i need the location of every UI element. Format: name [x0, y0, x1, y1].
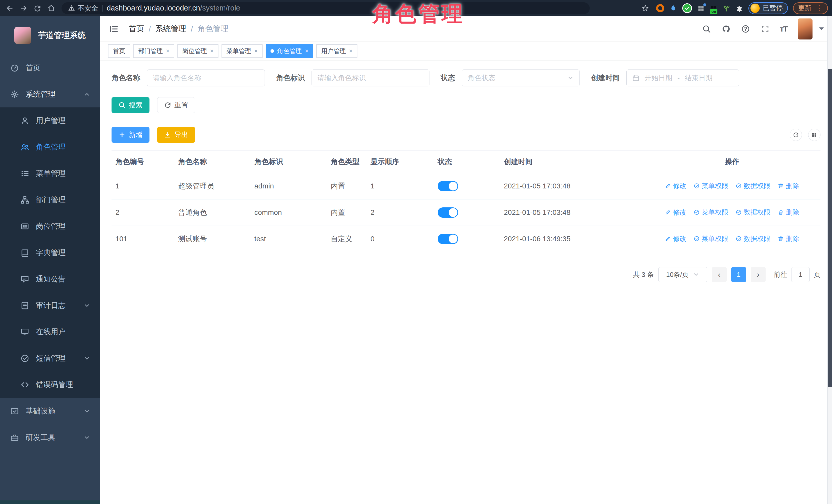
browser-profile-button[interactable]: 已暂停	[748, 2, 788, 14]
page-scrollbar[interactable]	[827, 16, 832, 504]
delete-link[interactable]: 删除	[778, 182, 799, 190]
prev-page-button[interactable]: ‹	[712, 267, 727, 282]
close-icon[interactable]: ×	[254, 48, 258, 54]
sidebar-item-online-users[interactable]: 在线用户	[0, 319, 100, 345]
sidebar-item-infrastructure[interactable]: 基础设施	[0, 398, 100, 424]
page-number-button[interactable]: 1	[731, 267, 746, 282]
security-label: 不安全	[77, 4, 98, 13]
menu-permission-link[interactable]: 菜单权限	[694, 208, 728, 217]
sidebar-item-dev-tools[interactable]: 研发工具	[0, 424, 100, 451]
github-icon[interactable]	[722, 24, 731, 33]
status-select[interactable]: 角色状态	[462, 70, 580, 86]
search-button[interactable]: 搜索	[111, 97, 150, 113]
logo-image	[15, 27, 31, 44]
security-warning[interactable]: 不安全	[68, 4, 98, 13]
extension-icon[interactable]	[682, 3, 692, 13]
role-key-input[interactable]: 请输入角色标识	[312, 70, 430, 86]
org-tree-icon	[21, 195, 29, 204]
browser-update-button[interactable]: 更新 ⋮	[793, 2, 828, 14]
browser-back-icon[interactable]	[4, 3, 16, 14]
delete-link[interactable]: 删除	[778, 234, 799, 243]
goto-page-input[interactable]: 1	[791, 267, 810, 282]
close-icon[interactable]: ×	[349, 48, 353, 54]
status-toggle[interactable]	[438, 181, 458, 191]
check-circle-icon	[694, 236, 700, 242]
close-icon[interactable]: ×	[166, 48, 170, 54]
scrollbar-thumb[interactable]	[828, 69, 832, 387]
sidebar-item-home[interactable]: 首页	[0, 55, 100, 81]
close-icon[interactable]: ×	[305, 48, 308, 54]
refresh-table-button[interactable]	[790, 129, 802, 141]
sidebar-item-error-code[interactable]: 错误码管理	[0, 371, 100, 398]
fullscreen-icon[interactable]	[760, 24, 770, 33]
tab-menu-management[interactable]: 菜单管理×	[222, 44, 263, 58]
help-icon[interactable]	[741, 24, 750, 33]
tab-role-management[interactable]: 角色管理×	[266, 44, 313, 58]
bookmark-star-icon[interactable]	[640, 3, 651, 14]
breadcrumb-system[interactable]: 系统管理	[155, 24, 186, 34]
user-avatar[interactable]	[798, 19, 812, 39]
sidebar-item-audit-log[interactable]: 审计日志	[0, 292, 100, 319]
app-logo[interactable]: 芋道管理系统	[0, 16, 100, 55]
extension-icon[interactable]	[723, 4, 730, 12]
end-date-input[interactable]: 结束日期	[685, 73, 712, 83]
date-range-picker[interactable]: 开始日期 - 结束日期	[626, 70, 739, 86]
check-circle-icon	[735, 209, 742, 215]
sidebar-item-notice[interactable]: 通知公告	[0, 266, 100, 292]
tab-dept-management[interactable]: 部门管理×	[133, 44, 174, 58]
tags-view-bar: 首页 部门管理× 岗位管理× 菜单管理× 角色管理× 用户管理×	[100, 42, 832, 60]
status-toggle[interactable]	[438, 207, 458, 218]
browser-reload-icon[interactable]	[32, 3, 43, 14]
export-button[interactable]: 导出	[157, 127, 195, 143]
edit-link[interactable]: 修改	[665, 208, 686, 217]
start-date-input[interactable]: 开始日期	[645, 73, 672, 83]
search-icon[interactable]	[702, 24, 711, 33]
browser-forward-icon[interactable]	[18, 3, 29, 14]
tab-home[interactable]: 首页	[108, 44, 130, 58]
extension-icon[interactable]	[670, 4, 677, 12]
extension-icon[interactable]: on	[710, 4, 718, 12]
sidebar-item-role-management[interactable]: 角色管理	[0, 134, 100, 160]
sidebar-item-dept-management[interactable]: 部门管理	[0, 187, 100, 213]
browser-menu-icon[interactable]: ⋮	[815, 4, 823, 12]
menu-permission-link[interactable]: 菜单权限	[694, 182, 728, 190]
sidebar-bottom-strip	[0, 500, 100, 504]
next-page-button[interactable]: ›	[751, 267, 765, 282]
data-permission-link[interactable]: 数据权限	[735, 208, 771, 217]
breadcrumb-home[interactable]: 首页	[129, 24, 144, 34]
collapse-sidebar-icon[interactable]	[108, 23, 120, 35]
role-key-label: 角色标识	[276, 73, 305, 83]
add-button[interactable]: 新增	[111, 127, 150, 143]
tab-user-management[interactable]: 用户管理×	[316, 44, 357, 58]
column-settings-button[interactable]	[808, 129, 821, 141]
extension-icon[interactable]	[697, 4, 705, 12]
tab-post-management[interactable]: 岗位管理×	[177, 44, 218, 58]
avatar-caret-icon[interactable]	[819, 27, 824, 30]
close-icon[interactable]: ×	[210, 48, 214, 54]
extension-icon[interactable]	[656, 4, 664, 12]
sidebar-item-system-management[interactable]: 系统管理	[0, 81, 100, 107]
role-name-input[interactable]: 请输入角色名称	[147, 70, 265, 86]
breadcrumb-current: 角色管理	[198, 24, 229, 34]
extensions-puzzle-icon[interactable]	[735, 4, 743, 12]
page-size-select[interactable]: 10条/页	[658, 267, 707, 282]
browser-home-icon[interactable]	[46, 3, 57, 14]
edit-link[interactable]: 修改	[665, 234, 686, 243]
sidebar-item-user-management[interactable]: 用户管理	[0, 107, 100, 134]
data-permission-link[interactable]: 数据权限	[735, 182, 771, 190]
sidebar-item-sms-management[interactable]: 短信管理	[0, 345, 100, 371]
extensions-row: on	[656, 3, 743, 13]
address-bar[interactable]: 不安全 dashboard.yudao.iocoder.cn/system/ro…	[61, 2, 590, 14]
delete-link[interactable]: 删除	[778, 208, 799, 217]
data-permission-link[interactable]: 数据权限	[735, 234, 771, 243]
sidebar-item-menu-management[interactable]: 菜单管理	[0, 160, 100, 187]
sidebar-item-post-management[interactable]: 岗位管理	[0, 213, 100, 239]
status-toggle[interactable]	[438, 234, 458, 244]
edit-icon	[665, 236, 671, 242]
font-size-icon[interactable]: тT	[780, 25, 787, 33]
menu-permission-link[interactable]: 菜单权限	[694, 234, 728, 243]
edit-link[interactable]: 修改	[665, 182, 686, 190]
sidebar-item-dict-management[interactable]: 字典管理	[0, 239, 100, 266]
chevron-up-icon	[84, 91, 90, 98]
reset-button[interactable]: 重置	[157, 97, 195, 113]
